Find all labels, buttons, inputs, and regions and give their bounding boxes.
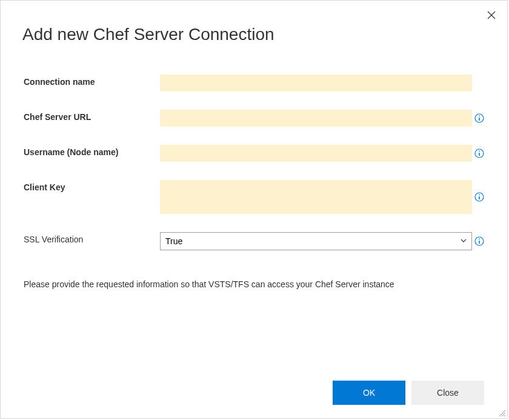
username-input[interactable] bbox=[160, 145, 472, 162]
dialog-title: Add new Chef Server Connection bbox=[1, 1, 507, 44]
info-icon[interactable] bbox=[474, 192, 484, 202]
connection-name-label: Connection name bbox=[24, 75, 160, 87]
ssl-verification-row: SSL Verification True bbox=[24, 232, 484, 250]
svg-line-16 bbox=[504, 415, 505, 416]
close-button[interactable]: Close bbox=[411, 381, 484, 405]
helper-text: Please provide the requested information… bbox=[1, 268, 507, 289]
add-chef-connection-dialog: Add new Chef Server Connection Connectio… bbox=[0, 0, 508, 419]
svg-point-7 bbox=[479, 150, 480, 152]
info-icon[interactable] bbox=[474, 113, 484, 123]
ok-button[interactable]: OK bbox=[333, 381, 405, 405]
ssl-verification-label: SSL Verification bbox=[24, 232, 160, 244]
svg-point-13 bbox=[479, 238, 480, 239]
info-icon[interactable] bbox=[474, 236, 484, 246]
svg-point-10 bbox=[479, 194, 480, 195]
ssl-verification-select[interactable]: True bbox=[160, 232, 472, 250]
username-row: Username (Node name) bbox=[24, 145, 484, 162]
client-key-input[interactable] bbox=[160, 180, 472, 214]
svg-point-4 bbox=[479, 115, 480, 116]
chef-server-url-input[interactable] bbox=[160, 110, 472, 127]
resize-grip-icon[interactable] bbox=[497, 408, 506, 417]
button-bar: OK Close bbox=[333, 381, 484, 405]
username-label: Username (Node name) bbox=[24, 145, 160, 157]
client-key-label: Client Key bbox=[24, 180, 160, 192]
connection-name-input[interactable] bbox=[160, 75, 472, 92]
close-icon[interactable] bbox=[485, 9, 497, 21]
client-key-row: Client Key bbox=[24, 180, 484, 214]
form-area: Connection name Chef Server URL bbox=[1, 44, 507, 250]
info-icon[interactable] bbox=[474, 148, 484, 158]
chef-server-url-label: Chef Server URL bbox=[24, 110, 160, 122]
connection-name-row: Connection name bbox=[24, 75, 484, 92]
chef-server-url-row: Chef Server URL bbox=[24, 110, 484, 127]
